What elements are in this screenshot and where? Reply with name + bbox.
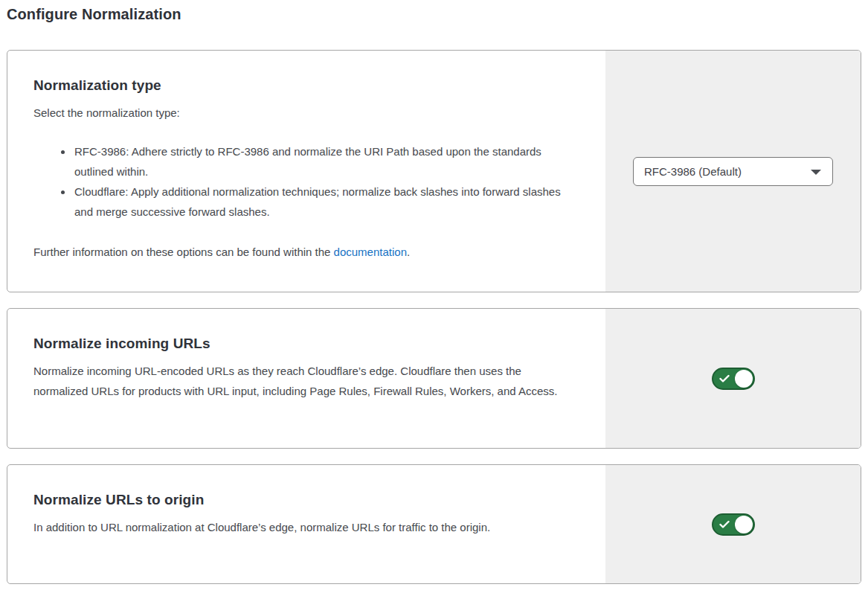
normalize-incoming-urls-control-panel (605, 309, 861, 448)
normalize-urls-to-origin-toggle[interactable] (712, 513, 755, 536)
footer-text-after: . (407, 246, 410, 258)
normalize-urls-to-origin-heading: Normalize URLs to origin (33, 492, 576, 508)
documentation-link[interactable]: documentation (334, 246, 407, 258)
toggle-knob (735, 516, 753, 533)
normalization-options-list: RFC-3986: Adhere strictly to RFC-3986 an… (33, 141, 576, 222)
check-icon (719, 374, 730, 382)
normalize-urls-to-origin-description: In addition to URL normalization at Clou… (33, 517, 576, 537)
normalization-type-content: Normalization type Select the normalizat… (7, 51, 605, 292)
normalize-urls-to-origin-content: Normalize URLs to origin In addition to … (7, 465, 605, 583)
select-value: RFC-3986 (Default) (644, 165, 742, 178)
normalization-type-select[interactable]: RFC-3986 (Default) (633, 157, 833, 186)
footer-text-before: Further information on these options can… (33, 246, 334, 258)
normalize-incoming-urls-description: Normalize incoming URL-encoded URLs as t… (33, 361, 576, 401)
page-title: Configure Normalization (7, 6, 861, 23)
check-icon (719, 520, 730, 528)
normalization-type-card: Normalization type Select the normalizat… (7, 50, 861, 292)
chevron-down-icon (811, 170, 821, 175)
normalize-incoming-urls-content: Normalize incoming URLs Normalize incomi… (7, 309, 605, 448)
normalization-type-heading: Normalization type (33, 77, 576, 94)
normalize-incoming-urls-heading: Normalize incoming URLs (33, 336, 576, 352)
normalize-urls-to-origin-control-panel (605, 465, 861, 583)
configure-normalization-page: Configure Normalization Normalization ty… (0, 0, 868, 584)
normalize-urls-to-origin-card: Normalize URLs to origin In addition to … (7, 464, 861, 584)
list-item-rfc-3986: RFC-3986: Adhere strictly to RFC-3986 an… (73, 141, 576, 182)
normalization-type-control-panel: RFC-3986 (Default) (605, 51, 861, 292)
list-item-cloudflare: Cloudflare: Apply additional normalizati… (73, 182, 576, 222)
normalization-type-intro: Select the normalization type: (33, 103, 576, 123)
normalize-incoming-urls-toggle[interactable] (712, 368, 755, 390)
normalize-incoming-urls-card: Normalize incoming URLs Normalize incomi… (7, 308, 861, 449)
normalization-type-footer: Further information on these options can… (33, 242, 576, 262)
toggle-knob (735, 370, 753, 388)
